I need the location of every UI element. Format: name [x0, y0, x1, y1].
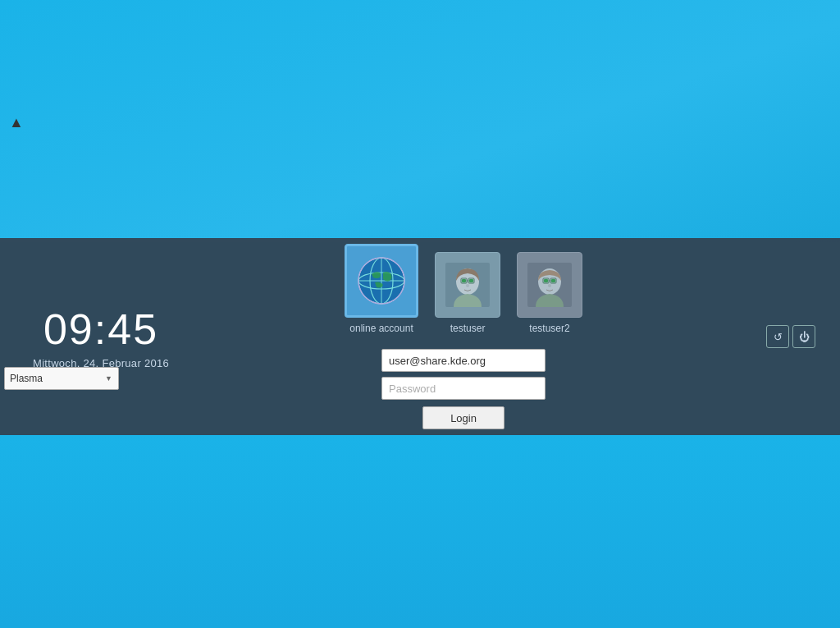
- background-bottom: [0, 435, 840, 628]
- svg-rect-16: [544, 279, 548, 282]
- svg-point-13: [466, 284, 469, 287]
- username-input[interactable]: [381, 349, 546, 372]
- session-select-wrapper: Plasma KDE GNOME XFCE: [4, 367, 119, 390]
- user-avatars: online account: [345, 244, 582, 334]
- user-item-online-account[interactable]: online account: [345, 244, 418, 334]
- user-avatar-testuser: [435, 252, 500, 318]
- face-icon-testuser2: [527, 263, 572, 307]
- login-panel: 09:45 Mittwoch, 24. Februar 2016: [0, 238, 840, 435]
- right-controls: ↺ ⏻: [758, 325, 824, 348]
- svg-rect-8: [462, 279, 466, 282]
- svg-point-21: [548, 284, 551, 287]
- user-item-testuser[interactable]: testuser: [435, 252, 500, 334]
- user-label-testuser2: testuser2: [529, 323, 569, 334]
- user-label-online-account: online account: [349, 323, 413, 334]
- session-selector-wrapper: Plasma KDE GNOME XFCE: [4, 367, 119, 390]
- session-select[interactable]: Plasma KDE GNOME XFCE: [4, 367, 119, 390]
- reboot-icon: ↺: [774, 331, 783, 343]
- shutdown-icon: ⏻: [799, 331, 810, 343]
- shutdown-button[interactable]: ⏻: [792, 325, 815, 348]
- login-form: Login: [381, 349, 546, 429]
- user-label-testuser: testuser: [450, 323, 486, 334]
- clock-time: 09:45: [43, 305, 158, 354]
- login-button[interactable]: Login: [422, 406, 504, 429]
- user-avatar-testuser2: [517, 252, 582, 318]
- svg-rect-9: [469, 279, 473, 282]
- svg-rect-17: [551, 279, 555, 282]
- clock-section: 09:45 Mittwoch, 24. Februar 2016: [16, 305, 169, 369]
- user-avatar-online-account: [345, 244, 418, 318]
- face-icon-testuser: [445, 263, 490, 307]
- reboot-button[interactable]: ↺: [766, 325, 789, 348]
- user-item-testuser2[interactable]: testuser2: [517, 252, 582, 334]
- globe-icon: [357, 256, 406, 305]
- center-section: online account: [169, 244, 758, 429]
- panel-content: 09:45 Mittwoch, 24. Februar 2016: [16, 238, 824, 435]
- background-top: [0, 0, 840, 242]
- password-input[interactable]: [381, 377, 546, 400]
